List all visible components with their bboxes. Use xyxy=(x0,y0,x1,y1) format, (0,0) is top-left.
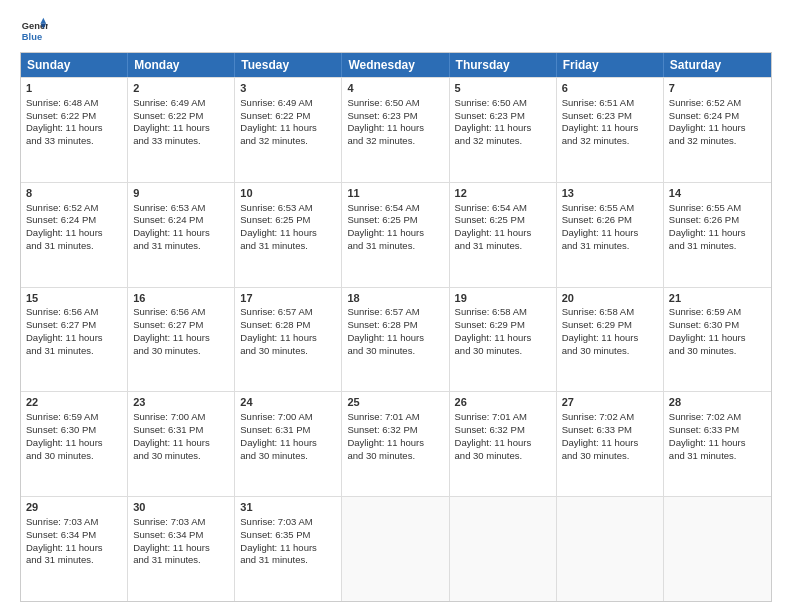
sunset-label: Sunset: 6:32 PM xyxy=(347,424,417,435)
day-number: 4 xyxy=(347,81,443,96)
day-header: Thursday xyxy=(450,53,557,77)
sunrise-label: Sunrise: 6:58 AM xyxy=(562,306,634,317)
sunrise-label: Sunrise: 6:51 AM xyxy=(562,97,634,108)
calendar-cell: 18 Sunrise: 6:57 AM Sunset: 6:28 PM Dayl… xyxy=(342,288,449,392)
day-number: 13 xyxy=(562,186,658,201)
sunset-label: Sunset: 6:24 PM xyxy=(669,110,739,121)
calendar-cell xyxy=(557,497,664,601)
calendar-cell: 27 Sunrise: 7:02 AM Sunset: 6:33 PM Dayl… xyxy=(557,392,664,496)
daylight-label: Daylight: 11 hours xyxy=(26,332,103,343)
sunrise-label: Sunrise: 6:50 AM xyxy=(347,97,419,108)
daylight-label: Daylight: 11 hours xyxy=(240,542,317,553)
sunrise-label: Sunrise: 6:56 AM xyxy=(26,306,98,317)
sunset-label: Sunset: 6:25 PM xyxy=(347,214,417,225)
sunset-label: Sunset: 6:22 PM xyxy=(240,110,310,121)
day-number: 3 xyxy=(240,81,336,96)
calendar-cell: 31 Sunrise: 7:03 AM Sunset: 6:35 PM Dayl… xyxy=(235,497,342,601)
daylight-minutes: and 31 minutes. xyxy=(669,240,737,251)
sunrise-label: Sunrise: 6:54 AM xyxy=(347,202,419,213)
daylight-minutes: and 30 minutes. xyxy=(26,450,94,461)
daylight-label: Daylight: 11 hours xyxy=(347,227,424,238)
daylight-label: Daylight: 11 hours xyxy=(347,332,424,343)
calendar-header: SundayMondayTuesdayWednesdayThursdayFrid… xyxy=(21,53,771,77)
calendar-cell: 14 Sunrise: 6:55 AM Sunset: 6:26 PM Dayl… xyxy=(664,183,771,287)
day-number: 21 xyxy=(669,291,766,306)
daylight-minutes: and 30 minutes. xyxy=(240,450,308,461)
sunset-label: Sunset: 6:23 PM xyxy=(562,110,632,121)
daylight-label: Daylight: 11 hours xyxy=(26,122,103,133)
calendar-cell: 25 Sunrise: 7:01 AM Sunset: 6:32 PM Dayl… xyxy=(342,392,449,496)
day-header: Friday xyxy=(557,53,664,77)
day-number: 26 xyxy=(455,395,551,410)
daylight-minutes: and 31 minutes. xyxy=(347,240,415,251)
day-header: Tuesday xyxy=(235,53,342,77)
sunrise-label: Sunrise: 6:52 AM xyxy=(669,97,741,108)
daylight-minutes: and 31 minutes. xyxy=(240,554,308,565)
daylight-minutes: and 32 minutes. xyxy=(669,135,737,146)
sunrise-label: Sunrise: 7:03 AM xyxy=(133,516,205,527)
sunrise-label: Sunrise: 6:55 AM xyxy=(562,202,634,213)
daylight-minutes: and 30 minutes. xyxy=(562,345,630,356)
calendar-cell: 30 Sunrise: 7:03 AM Sunset: 6:34 PM Dayl… xyxy=(128,497,235,601)
sunrise-label: Sunrise: 6:56 AM xyxy=(133,306,205,317)
sunset-label: Sunset: 6:30 PM xyxy=(26,424,96,435)
calendar-cell: 8 Sunrise: 6:52 AM Sunset: 6:24 PM Dayli… xyxy=(21,183,128,287)
sunset-label: Sunset: 6:27 PM xyxy=(26,319,96,330)
daylight-minutes: and 30 minutes. xyxy=(669,345,737,356)
sunrise-label: Sunrise: 6:55 AM xyxy=(669,202,741,213)
sunrise-label: Sunrise: 7:03 AM xyxy=(26,516,98,527)
calendar-cell: 3 Sunrise: 6:49 AM Sunset: 6:22 PM Dayli… xyxy=(235,78,342,182)
sunrise-label: Sunrise: 6:48 AM xyxy=(26,97,98,108)
sunset-label: Sunset: 6:34 PM xyxy=(26,529,96,540)
daylight-label: Daylight: 11 hours xyxy=(347,122,424,133)
daylight-label: Daylight: 11 hours xyxy=(562,332,639,343)
calendar-row: 15 Sunrise: 6:56 AM Sunset: 6:27 PM Dayl… xyxy=(21,287,771,392)
logo-icon: General Blue xyxy=(20,16,48,44)
calendar-cell: 16 Sunrise: 6:56 AM Sunset: 6:27 PM Dayl… xyxy=(128,288,235,392)
calendar-cell: 12 Sunrise: 6:54 AM Sunset: 6:25 PM Dayl… xyxy=(450,183,557,287)
daylight-minutes: and 33 minutes. xyxy=(133,135,201,146)
day-number: 7 xyxy=(669,81,766,96)
sunrise-label: Sunrise: 6:59 AM xyxy=(26,411,98,422)
day-number: 25 xyxy=(347,395,443,410)
day-number: 9 xyxy=(133,186,229,201)
daylight-minutes: and 33 minutes. xyxy=(26,135,94,146)
sunset-label: Sunset: 6:23 PM xyxy=(347,110,417,121)
day-number: 16 xyxy=(133,291,229,306)
sunrise-label: Sunrise: 6:58 AM xyxy=(455,306,527,317)
calendar-cell: 6 Sunrise: 6:51 AM Sunset: 6:23 PM Dayli… xyxy=(557,78,664,182)
day-number: 18 xyxy=(347,291,443,306)
daylight-label: Daylight: 11 hours xyxy=(562,437,639,448)
day-number: 23 xyxy=(133,395,229,410)
daylight-label: Daylight: 11 hours xyxy=(455,437,532,448)
daylight-label: Daylight: 11 hours xyxy=(240,332,317,343)
daylight-label: Daylight: 11 hours xyxy=(455,122,532,133)
day-header: Sunday xyxy=(21,53,128,77)
daylight-label: Daylight: 11 hours xyxy=(26,227,103,238)
day-number: 6 xyxy=(562,81,658,96)
sunset-label: Sunset: 6:26 PM xyxy=(562,214,632,225)
day-number: 8 xyxy=(26,186,122,201)
daylight-label: Daylight: 11 hours xyxy=(133,227,210,238)
daylight-minutes: and 30 minutes. xyxy=(133,345,201,356)
sunset-label: Sunset: 6:23 PM xyxy=(455,110,525,121)
calendar-cell: 9 Sunrise: 6:53 AM Sunset: 6:24 PM Dayli… xyxy=(128,183,235,287)
daylight-minutes: and 30 minutes. xyxy=(347,450,415,461)
calendar-body: 1 Sunrise: 6:48 AM Sunset: 6:22 PM Dayli… xyxy=(21,77,771,601)
calendar-cell: 29 Sunrise: 7:03 AM Sunset: 6:34 PM Dayl… xyxy=(21,497,128,601)
day-number: 28 xyxy=(669,395,766,410)
daylight-minutes: and 31 minutes. xyxy=(562,240,630,251)
calendar-row: 1 Sunrise: 6:48 AM Sunset: 6:22 PM Dayli… xyxy=(21,77,771,182)
day-number: 2 xyxy=(133,81,229,96)
calendar-cell: 4 Sunrise: 6:50 AM Sunset: 6:23 PM Dayli… xyxy=(342,78,449,182)
sunset-label: Sunset: 6:22 PM xyxy=(133,110,203,121)
sunrise-label: Sunrise: 6:57 AM xyxy=(240,306,312,317)
calendar-row: 29 Sunrise: 7:03 AM Sunset: 6:34 PM Dayl… xyxy=(21,496,771,601)
sunrise-label: Sunrise: 6:59 AM xyxy=(669,306,741,317)
sunset-label: Sunset: 6:27 PM xyxy=(133,319,203,330)
sunset-label: Sunset: 6:25 PM xyxy=(455,214,525,225)
sunset-label: Sunset: 6:29 PM xyxy=(455,319,525,330)
daylight-label: Daylight: 11 hours xyxy=(26,542,103,553)
day-number: 1 xyxy=(26,81,122,96)
daylight-label: Daylight: 11 hours xyxy=(240,227,317,238)
